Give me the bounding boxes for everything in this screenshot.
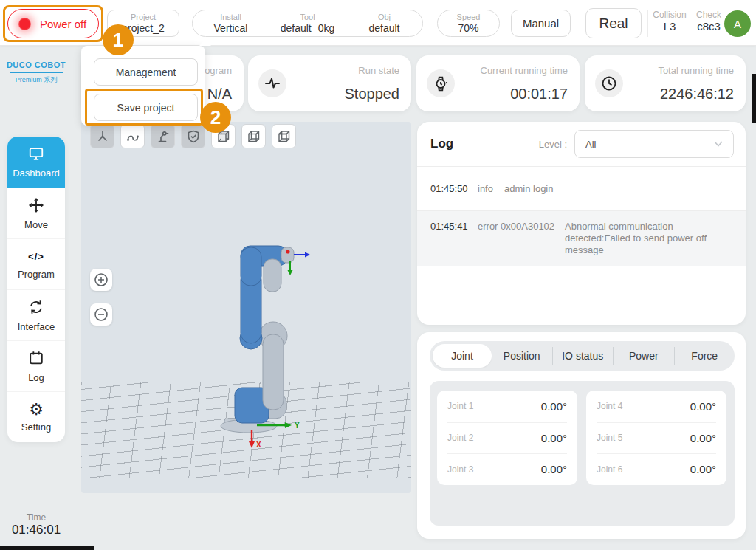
calendar-icon — [28, 350, 44, 368]
joint-value: 0.00° — [690, 432, 716, 444]
axes-icon[interactable] — [90, 124, 114, 148]
manual-mode-button[interactable]: Manual — [511, 10, 571, 37]
joint-value: 0.00° — [541, 463, 567, 475]
collision-label: Collision — [653, 10, 686, 20]
sidebar-item-interface[interactable]: Interface — [7, 289, 65, 340]
joint-label: Joint 2 — [447, 433, 473, 443]
sidebar-item-label: Interface — [18, 321, 55, 332]
time-label: Time — [0, 512, 72, 523]
log-entry-level: info — [478, 183, 504, 194]
log-panel: Log Level : All 01:45:50 info admin logi… — [417, 122, 746, 325]
power-off-button[interactable]: Power off — [7, 9, 99, 38]
log-header: Log Level : All — [417, 122, 746, 166]
project-dropdown-menu: Management Save project — [81, 46, 205, 126]
log-entry-time: 01:45:50 — [430, 183, 478, 194]
joint-card-left: Joint 1 0.00° Joint 2 0.00° Joint 3 0.00… — [437, 391, 577, 485]
obj-value: default — [368, 22, 399, 34]
joint-label: Joint 4 — [597, 401, 622, 411]
zoom-out-icon[interactable] — [90, 303, 112, 326]
tab-joint[interactable]: Joint — [433, 344, 492, 368]
joint-card-right: Joint 4 0.00° Joint 5 0.00° Joint 6 0.00… — [586, 391, 726, 485]
joint-row: Joint 5 0.00° — [597, 422, 716, 454]
dropdown-arrow — [199, 40, 211, 46]
cube-wire2-icon[interactable] — [272, 124, 296, 148]
install-value: Vertical — [214, 22, 248, 34]
time-value: 01:46:01 — [0, 523, 72, 537]
robot-3d-viewport[interactable]: Y X — [81, 122, 411, 493]
log-level-select[interactable]: All — [574, 130, 734, 158]
obj-selector[interactable]: Obj default — [346, 10, 422, 36]
speed-value: 70% — [458, 22, 478, 34]
duco-cobot-app: Power off Project project_2 Install Vert… — [0, 0, 756, 550]
install-label: Install — [220, 13, 241, 22]
y-axis-label: Y — [295, 422, 300, 430]
sidebar-item-program[interactable]: </> Program — [7, 238, 65, 289]
tab-position[interactable]: Position — [492, 347, 552, 365]
sidebar-item-move[interactable]: Move — [7, 188, 65, 238]
joint-row: Joint 3 0.00° — [447, 453, 567, 485]
current-running-time-card: Current running time 00:01:17 — [416, 55, 580, 111]
sidebar-item-log[interactable]: Log — [7, 340, 65, 391]
viewport-toolbar — [90, 124, 296, 148]
sidebar-item-dashboard[interactable]: Dashboard — [7, 137, 65, 188]
management-menu-item[interactable]: Management — [94, 58, 198, 86]
logo-rule — [10, 72, 63, 73]
tab-io-status[interactable]: IO status — [552, 347, 614, 365]
joint-values-container: Joint 1 0.00° Joint 2 0.00° Joint 3 0.00… — [430, 381, 735, 526]
tab-force[interactable]: Force — [674, 347, 735, 365]
tab-power[interactable]: Power — [613, 347, 674, 365]
joint-row: Joint 1 0.00° — [447, 391, 567, 422]
zoom-in-icon[interactable] — [90, 269, 112, 291]
joint-row: Joint 4 0.00° — [597, 391, 716, 422]
collision-status: Collision L3 — [653, 10, 687, 33]
joint-value: 0.00° — [541, 432, 567, 444]
real-mode-button[interactable]: Real — [585, 8, 642, 38]
speed-label: Speed — [457, 13, 481, 22]
user-avatar[interactable]: A — [724, 10, 751, 37]
robot-icon[interactable] — [151, 124, 175, 148]
pulse-icon — [258, 69, 286, 97]
sidebar-item-label: Dashboard — [13, 168, 60, 179]
cube-wire-icon[interactable] — [241, 124, 266, 148]
topbar-divider — [647, 10, 648, 37]
check-label: Check — [696, 10, 721, 20]
joint-value: 0.00° — [690, 463, 716, 475]
tool-value: default — [281, 22, 312, 34]
log-entry-time: 01:45:41 — [430, 221, 478, 232]
sync-icon — [28, 299, 44, 317]
run-state-card: Run state Stopped — [248, 55, 411, 111]
card-value: 2246:46:12 — [660, 86, 734, 103]
tool-selector[interactable]: Tool default 0kg — [269, 10, 346, 36]
joint-label: Joint 6 — [597, 464, 622, 475]
speed-selector[interactable]: Speed 70% — [437, 10, 500, 37]
watch-icon — [427, 69, 455, 97]
install-selector[interactable]: Install Vertical — [193, 10, 269, 36]
joint-label: Joint 1 — [447, 401, 473, 411]
tool-payload: 0kg — [318, 22, 335, 34]
move-arrows-icon — [28, 197, 44, 216]
path-icon[interactable] — [120, 124, 145, 148]
save-project-menu-item[interactable]: Save project — [94, 94, 198, 121]
card-label: Current running time — [481, 65, 568, 76]
sidebar-item-setting[interactable]: ⚙ Setting — [7, 391, 65, 442]
bottom-edge-bar — [0, 546, 94, 550]
shield-check-icon[interactable] — [181, 124, 205, 148]
card-value: 00:01:17 — [510, 86, 568, 103]
log-entry-highlighted: 01:45:41 error 0x00A30102 Abnormal commu… — [417, 211, 746, 266]
obj-label: Obj — [378, 13, 391, 22]
clock-icon — [595, 69, 623, 97]
robot-config-group: Install Vertical Tool default 0kg Obj de… — [192, 10, 423, 37]
log-entry-message: Abnormal communication detected:Failed t… — [565, 221, 732, 256]
joint-row: Joint 2 0.00° — [447, 422, 567, 454]
power-status-dot-icon — [18, 18, 31, 30]
log-entry-message: admin login — [504, 183, 732, 195]
check-status: Check c8c3 — [691, 10, 726, 33]
chevron-down-icon — [714, 141, 723, 147]
vertical-scrollbar-thumb[interactable] — [752, 74, 756, 123]
total-running-time-card: Total running time 2246:46:12 — [585, 55, 746, 111]
monitor-icon — [28, 145, 44, 164]
card-value: Stopped — [344, 86, 399, 103]
system-time: Time 01:46:01 — [0, 512, 72, 537]
brand-logo: DUCO COBOT Premium 系列 — [0, 61, 72, 85]
viewport-zoom-controls — [90, 269, 112, 326]
